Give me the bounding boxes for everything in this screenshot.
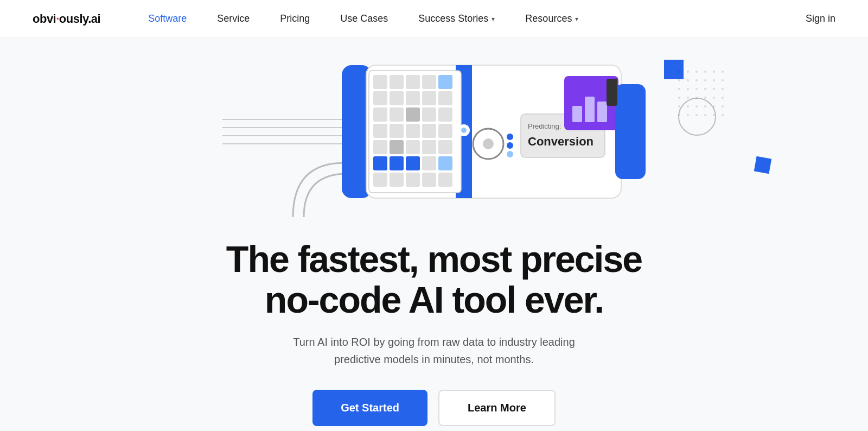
svg-rect-16 (422, 91, 436, 105)
svg-rect-25 (406, 124, 420, 138)
svg-rect-24 (390, 124, 404, 138)
svg-rect-11 (422, 75, 436, 89)
svg-rect-34 (390, 156, 404, 170)
svg-point-47 (507, 134, 513, 140)
nav-success-stories[interactable]: Success Stories ▾ (403, 0, 510, 38)
svg-rect-13 (373, 91, 387, 105)
svg-rect-32 (438, 140, 452, 154)
svg-point-44 (461, 128, 467, 133)
svg-rect-18 (373, 107, 387, 122)
machine-svg: Predicting: Conversion (222, 49, 646, 223)
logo-text: obvi·ously.ai (33, 12, 100, 26)
svg-rect-42 (438, 173, 452, 187)
svg-rect-17 (438, 91, 452, 105)
deco-grid-dots (678, 71, 727, 119)
nav-pricing[interactable]: Pricing (265, 0, 325, 38)
svg-rect-30 (406, 140, 420, 154)
hero-buttons: Get Started Learn More (226, 390, 642, 426)
svg-rect-35 (406, 156, 420, 170)
nav-use-cases[interactable]: Use Cases (325, 0, 403, 38)
svg-rect-19 (390, 107, 404, 122)
hero-illustration: Predicting: Conversion (0, 38, 868, 233)
svg-rect-38 (373, 173, 387, 187)
svg-rect-40 (406, 173, 420, 187)
logo[interactable]: obvi·ously.ai (33, 12, 100, 26)
svg-rect-54 (572, 106, 582, 122)
svg-rect-28 (373, 140, 387, 154)
deco-square-blue-rotated (754, 156, 771, 174)
svg-rect-57 (615, 84, 646, 179)
svg-rect-37 (438, 156, 452, 170)
svg-text:Predicting:: Predicting: (528, 122, 561, 130)
nav-software[interactable]: Software (133, 0, 202, 38)
sign-in-link[interactable]: Sign in (806, 13, 835, 24)
svg-rect-27 (438, 124, 452, 138)
learn-more-button[interactable]: Learn More (438, 390, 556, 426)
svg-rect-29 (390, 140, 404, 154)
svg-point-48 (507, 142, 513, 149)
svg-point-46 (483, 138, 494, 149)
svg-rect-55 (585, 97, 595, 122)
svg-rect-8 (373, 75, 387, 89)
hero-title: The fastest, most precise no-code AI too… (226, 239, 642, 320)
svg-rect-22 (438, 107, 452, 122)
svg-rect-31 (422, 140, 436, 154)
navbar: obvi·ously.ai Software Service Pricing U… (0, 0, 868, 38)
svg-rect-10 (406, 75, 420, 89)
svg-rect-23 (373, 124, 387, 138)
chevron-down-icon: ▾ (492, 15, 495, 23)
svg-rect-56 (597, 102, 607, 122)
hero-section: Predicting: Conversion The fastest, most… (0, 38, 868, 431)
svg-rect-39 (390, 173, 404, 187)
hero-content: The fastest, most precise no-code AI too… (215, 233, 653, 426)
svg-rect-14 (390, 91, 404, 105)
svg-rect-15 (406, 91, 420, 105)
svg-rect-12 (438, 75, 452, 89)
svg-rect-26 (422, 124, 436, 138)
svg-text:Conversion: Conversion (528, 135, 593, 148)
get-started-button[interactable]: Get Started (312, 390, 427, 426)
svg-rect-20 (406, 107, 420, 122)
nav-service[interactable]: Service (202, 0, 265, 38)
svg-rect-33 (373, 156, 387, 170)
nav-links: Software Service Pricing Use Cases Succe… (133, 0, 806, 38)
nav-resources[interactable]: Resources ▾ (510, 0, 593, 38)
svg-rect-9 (390, 75, 404, 89)
svg-rect-41 (422, 173, 436, 187)
svg-rect-36 (422, 156, 436, 170)
svg-rect-21 (422, 107, 436, 122)
chevron-down-icon: ▾ (575, 15, 578, 23)
svg-rect-58 (607, 79, 617, 106)
svg-point-49 (507, 151, 513, 157)
hero-subtitle: Turn AI into ROI by going from raw data … (277, 333, 591, 368)
